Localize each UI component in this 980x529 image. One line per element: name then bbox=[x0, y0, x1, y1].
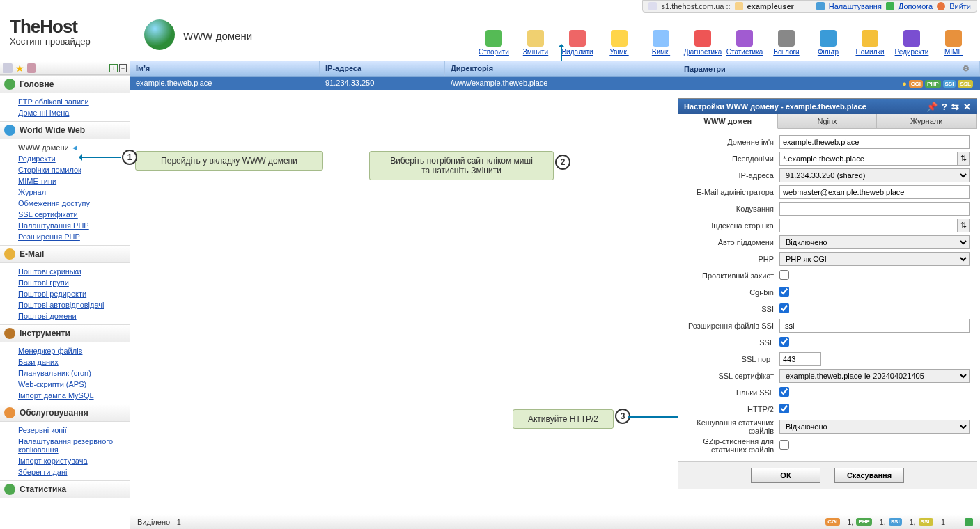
sidebar-section[interactable]: World Wide Web bbox=[0, 121, 130, 139]
sidebar-section[interactable]: Головне bbox=[0, 75, 130, 93]
expand-icon[interactable]: + bbox=[109, 64, 117, 72]
sidebar-item[interactable]: Імпорт користувача bbox=[18, 455, 130, 466]
col-ip[interactable]: IP-адреса bbox=[320, 61, 445, 76]
gzip-checkbox[interactable] bbox=[779, 440, 789, 450]
sidebar-item[interactable]: Доменні імена bbox=[18, 107, 130, 118]
ip-select[interactable]: 91.234.33.250 (shared) bbox=[779, 168, 970, 182]
toolbar-diag[interactable]: Діагностика bbox=[683, 19, 722, 56]
ok-button[interactable]: ОК bbox=[751, 468, 820, 483]
sidebar-item[interactable]: MIME типи bbox=[18, 175, 130, 187]
encoding-input[interactable] bbox=[779, 202, 970, 216]
sidebar-item[interactable]: FTP облікові записи bbox=[18, 96, 130, 107]
help-link[interactable]: Допомога bbox=[899, 2, 933, 10]
sidebar-item[interactable]: Імпорт дампа MySQL bbox=[18, 390, 130, 401]
help-icon bbox=[886, 2, 894, 10]
toolbar-create[interactable]: Створити bbox=[474, 19, 513, 56]
tab-nginx[interactable]: Nginx bbox=[778, 114, 878, 128]
sidebar-item[interactable]: Web-скрипти (APS) bbox=[18, 379, 130, 390]
sidebar-item[interactable]: Зберегти дані bbox=[18, 466, 130, 477]
arrow-1 bbox=[79, 157, 121, 158]
ssi-ext-input[interactable] bbox=[779, 319, 970, 333]
settings-link[interactable]: Налаштування bbox=[829, 2, 882, 10]
sidebar-item[interactable]: Поштові групи bbox=[18, 277, 130, 288]
only-ssl-checkbox[interactable] bbox=[779, 387, 789, 397]
sidebar-item[interactable]: Сторінки помилок bbox=[18, 164, 130, 175]
globe-icon bbox=[144, 19, 175, 50]
cancel-button[interactable]: Скасування bbox=[834, 468, 904, 483]
sidebar-item[interactable]: Редиректи bbox=[18, 153, 130, 164]
close-icon[interactable]: ✕ bbox=[963, 102, 971, 112]
sidebar-item[interactable]: Поштові автовідповідачі bbox=[18, 299, 130, 310]
index-input[interactable] bbox=[779, 219, 958, 232]
email-input[interactable] bbox=[779, 185, 970, 199]
toolbar-filter[interactable]: Фільтр bbox=[809, 19, 848, 56]
help-icon[interactable]: ? bbox=[942, 102, 947, 112]
proactive-checkbox[interactable] bbox=[779, 270, 789, 280]
sidebar: ★ + − ГоловнеFTP облікові записиДоменні … bbox=[0, 61, 130, 529]
sidebar-item[interactable]: Обмеження доступу bbox=[18, 198, 130, 209]
sidebar-item[interactable]: Поштові редиректи bbox=[18, 288, 130, 299]
cache-select[interactable]: Відключено bbox=[779, 420, 970, 434]
ssl-badge: SSL bbox=[958, 80, 973, 88]
panel-header[interactable]: Настройки WWW домену - example.theweb.pl… bbox=[678, 99, 977, 114]
star-icon[interactable]: ★ bbox=[15, 63, 24, 74]
ssl-checkbox[interactable] bbox=[779, 337, 789, 347]
sidebar-item[interactable]: Журнал bbox=[18, 187, 130, 198]
collapse-icon[interactable]: ⇆ bbox=[951, 102, 959, 112]
col-name[interactable]: Ім'я bbox=[130, 61, 320, 76]
sidebar-section[interactable]: Інструменти bbox=[0, 324, 130, 342]
table-row[interactable]: example.theweb.place 91.234.33.250 /www/… bbox=[130, 77, 980, 90]
col-dir[interactable]: Директорія bbox=[445, 61, 678, 76]
toolbar-disable[interactable]: Вимк. bbox=[641, 19, 680, 56]
sidebar-item[interactable]: Резервні копії bbox=[18, 425, 130, 436]
excel-icon[interactable] bbox=[965, 518, 973, 526]
sidebar-item[interactable]: Поштові скриньки bbox=[18, 266, 130, 277]
gear-icon[interactable]: ⚙ bbox=[963, 64, 970, 73]
alias-add-button[interactable]: ⇅ bbox=[957, 152, 970, 166]
domain-input[interactable] bbox=[779, 135, 970, 149]
ssi-checkbox[interactable] bbox=[779, 303, 789, 313]
step-2: 2 bbox=[555, 155, 570, 170]
section-icon bbox=[4, 79, 15, 90]
cgi-badge: CGI bbox=[909, 80, 923, 88]
cgi-checkbox[interactable] bbox=[779, 287, 789, 297]
tab-www[interactable]: WWW домен bbox=[678, 114, 778, 129]
sidebar-item[interactable]: Поштові домени bbox=[18, 310, 130, 322]
http2-checkbox[interactable] bbox=[779, 404, 789, 413]
gear-icon bbox=[816, 2, 825, 10]
sidebar-section[interactable]: Обслуговування bbox=[0, 404, 130, 422]
toolbar-edit[interactable]: Змінити bbox=[516, 19, 555, 56]
exit-icon bbox=[937, 2, 945, 10]
tab-logs[interactable]: Журнали bbox=[877, 114, 977, 128]
sidebar-section[interactable]: Статистика bbox=[0, 480, 130, 498]
sidebar-item[interactable]: Бази даних bbox=[18, 356, 130, 368]
toolbar-mime[interactable]: MIME bbox=[934, 19, 973, 56]
collapse-icon[interactable]: − bbox=[119, 64, 127, 72]
autosub-select[interactable]: Відключено bbox=[779, 235, 970, 249]
sidebar-item[interactable]: SSL сертифікати bbox=[18, 209, 130, 220]
sidebar-item[interactable]: Планувальник (cron) bbox=[18, 368, 130, 379]
sidebar-item[interactable]: Менеджер файлів bbox=[18, 345, 130, 356]
toolbar-redir[interactable]: Редиректи bbox=[892, 19, 931, 56]
sidebar-item[interactable]: Розширення PHP bbox=[18, 231, 130, 242]
toolbar-delete[interactable]: Видалити bbox=[558, 19, 597, 56]
toolbar-errors[interactable]: Помилки bbox=[850, 19, 889, 56]
clipboard-icon[interactable] bbox=[27, 63, 36, 73]
toolbar-logs[interactable]: Всі логи bbox=[767, 19, 806, 56]
enable-icon bbox=[611, 30, 628, 47]
col-params[interactable]: Параметри⚙ bbox=[678, 61, 980, 76]
index-add-button[interactable]: ⇅ bbox=[957, 219, 970, 232]
pin-icon[interactable]: 📌 bbox=[926, 102, 938, 112]
php-select[interactable]: PHP як CGI bbox=[779, 252, 970, 266]
sidebar-item[interactable]: Налаштування PHP bbox=[18, 220, 130, 231]
exit-link[interactable]: Вийти bbox=[949, 2, 971, 10]
sidebar-item[interactable]: WWW домени ◄ bbox=[18, 142, 130, 153]
toolbar-stats[interactable]: Статистика bbox=[725, 19, 764, 56]
ssl-port-input[interactable] bbox=[779, 352, 821, 366]
list-icon[interactable] bbox=[3, 63, 13, 73]
ssl-cert-select[interactable]: example.theweb.place-le-202404021405 bbox=[779, 369, 970, 383]
sidebar-section[interactable]: E-Mail bbox=[0, 245, 130, 263]
alias-input[interactable] bbox=[779, 152, 958, 166]
toolbar-enable[interactable]: Увімк. bbox=[600, 19, 639, 56]
sidebar-item[interactable]: Налаштування резервного копіювання bbox=[18, 436, 130, 455]
